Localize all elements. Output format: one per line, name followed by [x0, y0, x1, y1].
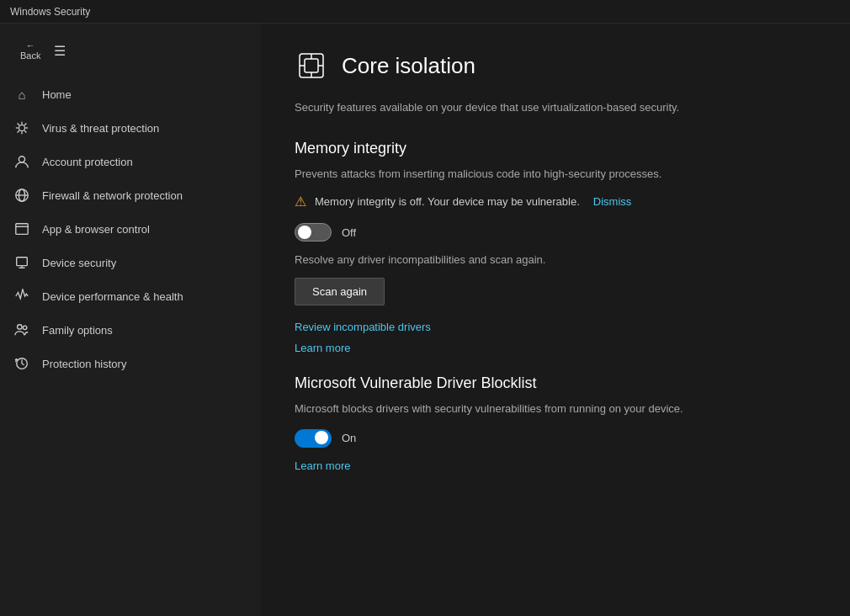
svg-point-0 [19, 125, 24, 130]
account-icon [13, 153, 30, 170]
firewall-icon [13, 187, 30, 204]
memory-integrity-toggle-row: Off [295, 223, 816, 242]
page-description: Security features available on your devi… [295, 99, 715, 116]
sidebar-item-family[interactable]: Family options [0, 313, 261, 347]
blocklist-toggle-row: On [295, 429, 816, 448]
main-layout: ← Back ☰ ⌂ Home [0, 24, 850, 616]
learn-more-link-1[interactable]: Learn more [295, 342, 816, 354]
sidebar-label-family: Family options [42, 324, 113, 337]
title-bar: Windows Security [0, 0, 850, 24]
core-isolation-icon [295, 49, 328, 82]
warning-box: ⚠ Memory integrity is off. Your device m… [295, 194, 816, 210]
device-health-icon [13, 288, 30, 305]
section-title-blocklist: Microsoft Vulnerable Driver Blocklist [295, 374, 816, 392]
sidebar-item-home[interactable]: ⌂ Home [0, 77, 261, 111]
sidebar: ← Back ☰ ⌂ Home [0, 24, 261, 616]
sidebar-label-home: Home [42, 88, 72, 101]
back-button[interactable]: ← Back [13, 37, 47, 64]
svg-point-18 [18, 325, 22, 329]
svg-line-7 [24, 124, 26, 125]
toggle-thumb [298, 226, 311, 239]
sidebar-label-app-browser: App & browser control [42, 223, 150, 236]
app-title: Windows Security [10, 6, 90, 18]
svg-rect-22 [305, 59, 318, 72]
warning-icon: ⚠ [295, 194, 306, 210]
blocklist-toggle-thumb [315, 431, 328, 444]
review-drivers-link[interactable]: Review incompatible drivers [295, 321, 816, 333]
sidebar-label-virus: Virus & threat protection [42, 122, 159, 135]
resolve-text: Resolve any driver incompatibilities and… [295, 253, 816, 266]
blocklist-toggle[interactable] [295, 429, 332, 448]
home-icon: ⌂ [13, 86, 30, 103]
blocklist-toggle-label: On [342, 432, 356, 444]
sidebar-label-history: Protection history [42, 358, 126, 370]
svg-line-6 [24, 130, 26, 132]
hamburger-icon[interactable]: ☰ [54, 43, 66, 59]
sidebar-label-device-security: Device security [42, 257, 116, 269]
family-icon [13, 321, 30, 338]
sidebar-item-history[interactable]: Protection history [0, 347, 261, 380]
sidebar-item-virus[interactable]: Virus & threat protection [0, 111, 261, 145]
sidebar-item-firewall[interactable]: Firewall & network protection [0, 178, 261, 212]
dismiss-link[interactable]: Dismiss [593, 195, 632, 208]
section-desc-memory: Prevents attacks from inserting maliciou… [295, 166, 715, 183]
svg-rect-13 [16, 224, 28, 235]
warning-text: Memory integrity is off. Your device may… [315, 195, 580, 208]
memory-toggle-label: Off [342, 226, 356, 239]
page-header: Core isolation [295, 49, 816, 82]
svg-rect-15 [17, 258, 28, 266]
sidebar-item-account[interactable]: Account protection [0, 145, 261, 178]
svg-line-5 [18, 124, 19, 125]
sidebar-label-firewall: Firewall & network protection [42, 189, 183, 202]
back-label: Back [20, 50, 40, 61]
device-security-icon [13, 254, 30, 271]
back-arrow-icon: ← [26, 40, 35, 50]
sidebar-label-account: Account protection [42, 156, 133, 168]
sidebar-top: ← Back ☰ [0, 30, 261, 77]
sidebar-item-app-browser[interactable]: App & browser control [0, 212, 261, 246]
content-area: Core isolation Security features availab… [261, 24, 850, 616]
history-icon [13, 355, 30, 372]
svg-point-9 [19, 157, 24, 162]
memory-integrity-toggle[interactable] [295, 223, 332, 242]
svg-point-19 [23, 326, 27, 330]
virus-icon [13, 119, 30, 136]
svg-line-8 [18, 130, 19, 132]
section-title-memory: Memory integrity [295, 140, 816, 157]
sidebar-item-device-security[interactable]: Device security [0, 246, 261, 279]
learn-more-link-2[interactable]: Learn more [295, 459, 816, 472]
scan-again-button[interactable]: Scan again [295, 278, 385, 305]
sidebar-label-device-health: Device performance & health [42, 290, 183, 303]
app-browser-icon [13, 220, 30, 237]
sidebar-item-device-health[interactable]: Device performance & health [0, 279, 261, 313]
page-title: Core isolation [342, 53, 475, 79]
section-desc-blocklist: Microsoft blocks drivers with security v… [295, 401, 715, 417]
